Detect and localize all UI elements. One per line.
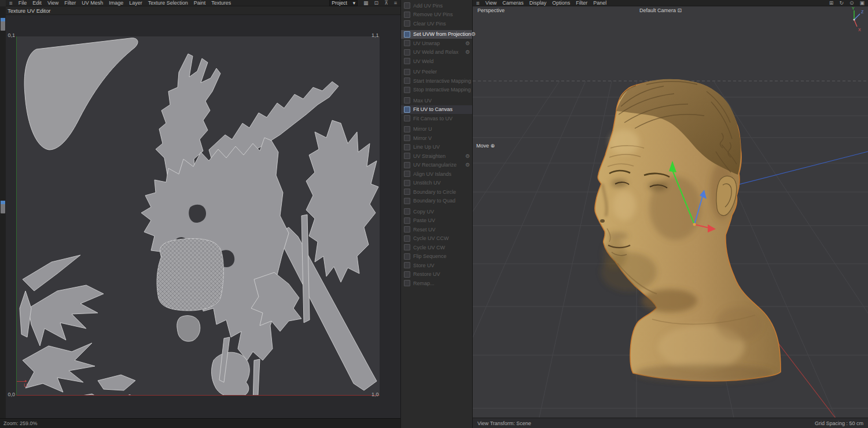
tool-hint-label: Move ⊕ [476, 143, 495, 149]
app-window: ≡ File Edit View Filter UV Mesh Image La… [0, 0, 868, 428]
uv-corner-00: 0,0 [6, 392, 15, 397]
stop-interactive-mapping-icon [404, 87, 410, 93]
menu-file[interactable]: File [19, 0, 27, 6]
uv-command-clear-uv-pins[interactable]: Clear UV Pins [401, 19, 472, 28]
uv-command-uv-unwrap[interactable]: UV Unwrap⚙ [401, 39, 472, 48]
vp-menu-filter[interactable]: Filter [576, 0, 587, 6]
dock-tab-middle[interactable] [1, 201, 5, 213]
menu-edit[interactable]: Edit [32, 0, 42, 6]
uv-command-stop-interactive-mapping[interactable]: Stop Interactive Mapping [401, 86, 472, 95]
uv-corner-11: 1,1 [372, 32, 379, 38]
uv-command-cycle-uv-ccw[interactable]: Cycle UV CCW [401, 234, 472, 243]
menu-textures[interactable]: Textures [211, 0, 231, 6]
uv-command-remove-uv-pins[interactable]: Remove UV Pins [401, 10, 472, 20]
uv-command-mirror-u[interactable]: Mirror U [401, 125, 472, 134]
menu-view[interactable]: View [47, 0, 58, 6]
uv-command-uv-straighten[interactable]: UV Straighten⚙ [401, 152, 472, 161]
menu-texture-selection[interactable]: Texture Selection [148, 0, 188, 6]
boundary-to-quad-icon [404, 198, 410, 204]
uv-editor-panel: 0,1 1,1 0,0 1,0 [6, 14, 400, 419]
dock-icon[interactable]: ⊡ [374, 0, 379, 6]
start-interactive-mapping-icon [404, 78, 410, 84]
axis-y-label: Y [852, 7, 855, 10]
camera-label[interactable]: Default Camera ⊡ [639, 8, 682, 13]
uv-command-remap[interactable]: Remap... [401, 279, 472, 288]
menu-filter[interactable]: Filter [64, 0, 76, 6]
align-uv-islands-icon [404, 171, 410, 177]
uv-command-fit-canvas-to-uv[interactable]: Fit Canvas to UV [401, 114, 472, 123]
uv-editor-tab-title[interactable]: Texture UV Editor [6, 8, 50, 14]
menu-paint[interactable]: Paint [194, 0, 206, 6]
uv-command-flip-sequence[interactable]: Flip Sequence [401, 252, 472, 261]
menu-uv-mesh[interactable]: UV Mesh [82, 0, 103, 6]
uv-command-mirror-v[interactable]: Mirror V [401, 134, 472, 143]
axis-x-label: X [858, 28, 861, 32]
panel-menu-icon[interactable]: ≡ [394, 0, 397, 6]
viewport-3d[interactable]: ≡ View Cameras Display Options Filter Pa… [473, 0, 868, 428]
gear-icon[interactable]: ⚙ [465, 153, 470, 159]
cycle-uv-cw-icon [404, 244, 410, 250]
uv-canvas[interactable] [16, 36, 380, 396]
uv-command-restore-uv[interactable]: Restore UV [401, 270, 472, 279]
uv-command-copy-uv[interactable]: Copy UV [401, 207, 472, 216]
head-model[interactable] [595, 79, 781, 382]
menu-image[interactable]: Image [109, 0, 123, 6]
vp-menu-options[interactable]: Options [552, 0, 570, 6]
zoom-status: Zoom: 259.0% [3, 420, 38, 426]
copy-uv-icon [404, 208, 410, 215]
uv-islands-svg [17, 36, 380, 395]
camera-frame-icon[interactable]: ⊡ [678, 8, 682, 13]
uv-command-cycle-uv-cw[interactable]: Cycle UV CW [401, 243, 472, 252]
uv-islands [20, 38, 378, 395]
dock-strip [0, 6, 6, 428]
rotate-icon[interactable]: ↻ [839, 0, 844, 6]
layout-grid-icon[interactable]: ▦ [363, 0, 369, 6]
uv-command-boundary-to-quad[interactable]: Boundary to Quad [401, 197, 472, 206]
uv-command-set-uvw-from-projection[interactable]: Set UVW from Projection⚙ [401, 30, 472, 39]
grid-spacing-status: Grid Spacing : 50 cm [815, 420, 863, 426]
uv-command-fit-uv-to-canvas[interactable]: Fit UV to Canvas [401, 105, 472, 115]
gear-icon[interactable]: ⚙ [465, 162, 470, 168]
uv-command-boundary-to-circle[interactable]: Boundary to Circle [401, 187, 472, 197]
gear-icon[interactable]: ⚙ [465, 40, 470, 46]
dock-tab-top[interactable] [1, 18, 5, 31]
vp-menu-cameras[interactable]: Cameras [502, 0, 524, 6]
uv-command-line-up-uv[interactable]: Line Up UV [401, 143, 472, 152]
uv-weld-relax-icon [404, 49, 410, 56]
gizmo-origin[interactable] [693, 223, 696, 226]
uv-editor-menubar: ≡ File Edit View Filter UV Mesh Image La… [6, 0, 400, 6]
uv-command-uv-weld[interactable]: UV Weld [401, 57, 472, 66]
vp-menu-display[interactable]: Display [529, 0, 547, 6]
uv-command-uv-rectangularize[interactable]: UV Rectangularize⚙ [401, 161, 472, 170]
view-mode-label[interactable]: Perspective [477, 8, 505, 13]
uv-corner-01: 0,1 [6, 32, 15, 38]
zoom-icon[interactable]: ⊙ [849, 0, 854, 6]
uv-command-uv-weld-and-relax[interactable]: UV Weld and Relax⚙ [401, 48, 472, 57]
maximize-icon[interactable]: ▣ [859, 0, 865, 6]
vp-menu-panel[interactable]: Panel [593, 0, 606, 6]
menu-icon[interactable]: ≡ [476, 0, 480, 6]
uv-unwrap-icon [404, 40, 410, 46]
vp-menu-view[interactable]: View [486, 0, 496, 6]
uv-command-store-uv[interactable]: Store UV [401, 261, 472, 270]
pan-icon[interactable]: ⊞ [829, 0, 834, 6]
uv-command-reset-uv[interactable]: Reset UV [401, 225, 472, 234]
uv-command-unstitch-uv[interactable]: Unstitch UV [401, 179, 472, 188]
u-axis-indicator: U [17, 378, 40, 387]
uv-command-uv-peeler[interactable]: UV Peeler [401, 68, 472, 77]
uv-command-align-uv-islands[interactable]: Align UV Islands [401, 169, 472, 179]
uv-command-add-uv-pins[interactable]: Add UV Pins [401, 1, 472, 10]
menu-icon[interactable]: ≡ [9, 0, 13, 6]
uv-command-start-interactive-mapping[interactable]: Start Interactive Mapping [401, 76, 472, 86]
clear-uv-pins-icon [404, 20, 410, 27]
uv-command-paste-uv[interactable]: Paste UV [401, 216, 472, 226]
gear-icon[interactable]: ⚙ [471, 31, 476, 37]
menu-layer[interactable]: Layer [129, 0, 142, 6]
orientation-gizmo[interactable]: Y Z X [846, 7, 866, 34]
uv-command-max-uv[interactable]: Max UV [401, 96, 472, 105]
pin-icon[interactable]: ⊼ [384, 0, 388, 6]
gear-icon[interactable]: ⚙ [465, 49, 470, 55]
add-uv-pins-icon [404, 2, 410, 9]
project-dropdown[interactable]: Project ▾ [329, 0, 358, 6]
remap-icon [404, 280, 410, 286]
